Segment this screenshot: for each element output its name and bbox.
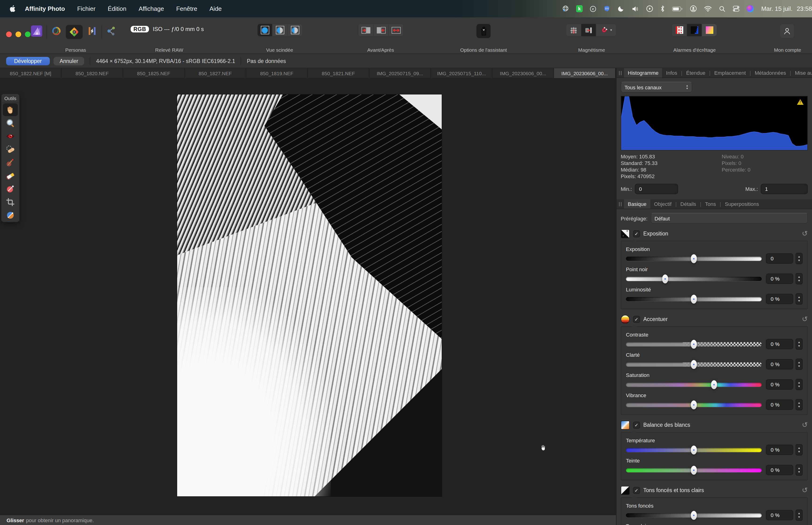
slider-thumb[interactable] [691,295,697,303]
tab-basique[interactable]: Basique [624,199,650,209]
keka-icon[interactable]: k [576,5,583,12]
section-checkbox[interactable]: ✓ [633,230,640,237]
slider-track[interactable] [626,342,762,346]
slider-stepper[interactable]: ▲▼ [796,444,802,455]
close-window-button[interactable] [6,31,12,37]
affinity-photo-logo-icon[interactable] [31,25,42,39]
slider-thumb[interactable] [662,274,669,283]
slider-stepper[interactable]: ▲▼ [796,339,802,350]
reset-icon[interactable]: ↺ [802,316,808,322]
develop-button[interactable]: Développer [6,57,50,65]
slider-stepper[interactable]: ▲▼ [796,464,802,476]
reset-icon[interactable]: ↺ [802,422,808,428]
tone-mapping-persona-icon[interactable] [87,26,97,38]
tab-m-tadonn-es[interactable]: Métadonnées [751,68,790,77]
apple-menu-icon[interactable] [10,5,16,12]
snapping-move-button[interactable] [581,24,596,36]
tab-emplacement[interactable]: Emplacement [710,68,750,77]
menu-clock[interactable]: Mar. 15 juil. 23:58 [761,5,812,12]
liquify-persona-icon[interactable] [51,26,62,38]
menu-item-dition[interactable]: Édition [108,5,126,12]
tab-tendue[interactable]: Étendue [682,68,709,77]
tab-d-tails[interactable]: Détails [677,199,700,209]
menu-item-fichier[interactable]: Fichier [77,5,95,12]
slider-track[interactable] [626,448,762,452]
document-tab[interactable]: 850_1821.NEF [308,68,369,78]
slider-track[interactable] [626,513,762,517]
reset-icon[interactable]: ↺ [802,487,808,494]
tab-mise-au-point[interactable]: Mise au point [791,68,812,77]
slider-stepper[interactable]: ▲▼ [796,253,802,264]
split-view-single-button[interactable] [258,24,272,36]
slider-thumb[interactable] [691,340,697,348]
document-tab[interactable]: 850_1825.NEF [123,68,185,78]
mastodon-icon[interactable] [603,5,610,12]
export-persona-icon[interactable] [106,26,117,38]
slider-stepper[interactable]: ▲▼ [796,510,802,521]
slider-stepper[interactable]: ▲▼ [796,399,802,410]
slider-stepper[interactable]: ▲▼ [796,359,802,370]
tab-infos[interactable]: Infos [662,68,681,77]
panel-grip-handle[interactable] [616,68,624,77]
white-balance-tool[interactable] [3,209,18,221]
overlay-erase-tool[interactable] [3,169,18,182]
develop-persona-icon[interactable] [66,25,83,39]
slider-value-input[interactable]: 0 % [766,294,793,304]
slider-value-input[interactable]: 0 % [766,339,793,349]
split-view-split-button[interactable] [273,24,287,36]
slider-stepper[interactable]: ▲▼ [796,293,802,304]
slider-track[interactable] [626,403,762,407]
menu-item-fen-tre[interactable]: Fenêtre [176,5,197,12]
now-playing-icon[interactable] [646,5,653,12]
slider-thumb[interactable] [691,445,697,454]
document-tab[interactable]: IMG_20230606_00... [554,68,616,78]
split-view-mirror-button[interactable] [288,24,302,36]
red-eye-removal-tool[interactable] [3,130,18,142]
cancel-button[interactable]: Annuler [53,57,85,65]
minimize-window-button[interactable] [16,31,21,37]
section-checkbox[interactable]: ✓ [633,487,640,494]
dnd-moon-icon[interactable] [617,5,625,12]
gamut-clipping-button[interactable] [702,24,717,36]
document-tab[interactable]: 850_1820.NEF [62,68,123,78]
document-tab[interactable]: IMG_20250715_09... [369,68,431,78]
document-tab[interactable]: 850_1822.NEF [M] [0,68,62,78]
canvas-area[interactable] [0,78,616,515]
slider-value-input[interactable]: 0 % [766,273,793,284]
slider-value-input[interactable]: 0 [766,253,793,264]
slider-value-input[interactable]: 0 % [766,510,793,520]
document-tab[interactable]: 850_1819.NEF [246,68,308,78]
slider-value-input[interactable]: 0 % [766,400,793,410]
zoom-window-button[interactable] [25,31,31,37]
menu-item-affichage[interactable]: Affichage [139,5,164,12]
menu-item-aide[interactable]: Aide [210,5,222,12]
view-tool[interactable] [3,103,18,116]
slider-thumb[interactable] [691,511,697,520]
overlay-paint-tool[interactable] [3,156,18,169]
shadow-clipping-button[interactable] [687,24,702,36]
document-tab[interactable]: IMG_20230606_00... [492,68,554,78]
tab-tons[interactable]: Tons [701,199,720,209]
overlay-gradient-tool[interactable] [3,182,18,195]
before-after-view-button[interactable] [388,24,403,36]
tab-histogramme[interactable]: Histogramme [624,68,662,77]
slider-thumb[interactable] [711,380,717,389]
slider-track[interactable] [626,297,762,301]
tab-objectif[interactable]: Objectif [650,199,675,209]
app-menu-title[interactable]: Affinity Photo [25,5,65,12]
tab-superpositions[interactable]: Superpositions [721,199,763,209]
preset-select[interactable]: Défaut [651,213,808,224]
slider-value-input[interactable]: 0 % [766,379,793,390]
wifi-icon[interactable] [704,6,712,12]
slider-track[interactable] [626,362,762,366]
document-tab[interactable]: 850_1827.NEF [185,68,246,78]
control-center-icon[interactable] [733,5,740,12]
battery-icon[interactable] [672,6,683,12]
globe-download-icon[interactable] [562,5,569,12]
slider-track[interactable] [626,382,762,387]
min-input[interactable]: 0 [635,184,678,194]
reset-icon[interactable]: ↺ [802,230,808,237]
slider-track[interactable] [626,468,762,472]
slider-track[interactable] [626,276,762,281]
blemish-removal-tool[interactable] [3,143,18,155]
